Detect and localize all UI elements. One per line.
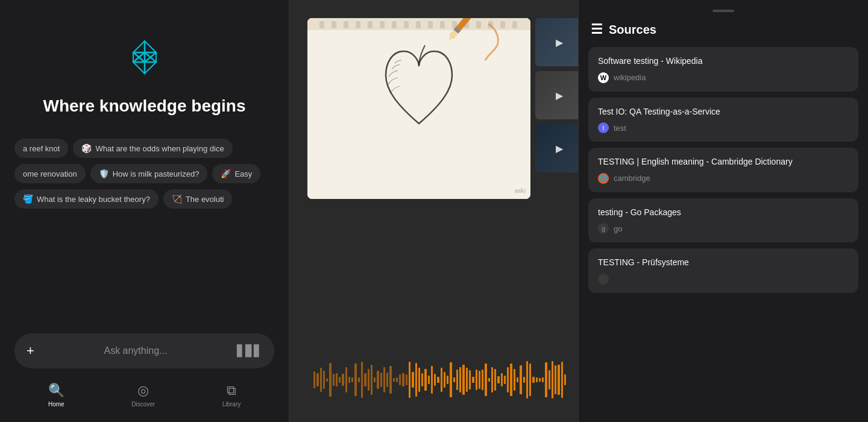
- logo: [124, 36, 166, 81]
- waveform-bars: [301, 338, 566, 422]
- testing-de-favicon: [598, 274, 609, 285]
- play-icon: ▶: [556, 37, 563, 48]
- source-site: 🌐 cambridge: [598, 173, 849, 184]
- chip-easy[interactable]: 🚀 Easy: [212, 164, 260, 183]
- wikipedia-favicon: W: [598, 72, 609, 83]
- drag-handle[interactable]: [712, 10, 734, 12]
- wiki-label: wiki: [515, 187, 526, 194]
- thumbnail-1[interactable]: ▶: [535, 18, 579, 66]
- dice-icon: 🎲: [81, 143, 92, 153]
- site-name: go: [614, 224, 622, 233]
- svg-rect-29: [500, 21, 505, 28]
- chip-text: ome renovation: [23, 169, 77, 178]
- svg-rect-22: [416, 21, 421, 28]
- arrow-icon: 🏹: [172, 194, 182, 204]
- source-site: t test: [598, 122, 849, 133]
- nav-discover-label: Discover: [131, 401, 155, 408]
- svg-rect-19: [380, 21, 385, 28]
- source-card-testing-de[interactable]: TESTING - Prüfsysteme: [588, 248, 858, 293]
- chip-reef-knot[interactable]: a reef knot: [14, 139, 68, 158]
- site-name: wikipedia: [614, 73, 646, 82]
- chip-milk[interactable]: 🛡️ How is milk pasteurized?: [90, 164, 208, 183]
- thumbnail-2[interactable]: ▶: [535, 71, 579, 119]
- sources-list[interactable]: Software testing - Wikipedia W wikipedia…: [579, 47, 868, 422]
- chip-text: How is milk pasteurized?: [113, 169, 200, 178]
- svg-rect-18: [368, 21, 373, 28]
- bottom-nav: 🔍 Home ◎ Discover ⧉ Library: [14, 378, 274, 410]
- sources-header: ☰ Sources: [579, 22, 868, 47]
- home-panel: Where knowledge begins a reef knot 🎲 Wha…: [0, 0, 289, 422]
- nav-discover[interactable]: ◎ Discover: [131, 383, 155, 408]
- home-icon: 🔍: [48, 383, 64, 398]
- apple-drawing: wiki: [307, 18, 530, 199]
- discover-icon: ◎: [137, 383, 149, 398]
- svg-rect-15: [332, 21, 336, 28]
- play-icon: ▶: [556, 143, 563, 154]
- chips-row-1: a reef knot 🎲 What are the odds when pla…: [14, 139, 274, 158]
- chip-text: What is the leaky bucket theory?: [37, 195, 150, 204]
- thumbnail-column: ▶ ▶ ▶: [535, 18, 579, 172]
- source-title: Software testing - Wikipedia: [598, 55, 849, 68]
- site-name: test: [614, 124, 626, 133]
- svg-rect-21: [404, 21, 409, 28]
- chip-renovation[interactable]: ome renovation: [14, 164, 86, 183]
- search-bar[interactable]: + Ask anything... ▋▊▋: [14, 333, 274, 368]
- nav-library-label: Library: [222, 401, 241, 408]
- source-site: g go: [598, 223, 849, 234]
- nav-home[interactable]: 🔍 Home: [48, 383, 64, 408]
- sources-icon: ☰: [591, 22, 603, 37]
- audio-waveform[interactable]: [289, 338, 578, 422]
- source-title: testing - Go Packages: [598, 207, 849, 219]
- source-card-testio[interactable]: Test IO: QA Testing-as-a-Service t test: [588, 98, 858, 142]
- svg-rect-17: [356, 21, 360, 28]
- video-area: wiki ▶ ▶ ▶: [289, 0, 578, 338]
- source-card-wikipedia[interactable]: Software testing - Wikipedia W wikipedia: [588, 47, 858, 92]
- chip-text: What are the odds when playing dice: [95, 144, 224, 153]
- chip-text: a reef knot: [23, 144, 60, 153]
- go-favicon: g: [598, 223, 609, 234]
- media-panel: wiki ▶ ▶ ▶: [289, 0, 579, 422]
- source-card-go[interactable]: testing - Go Packages g go: [588, 198, 858, 243]
- tagline: Where knowledge begins: [43, 95, 245, 117]
- chips-row-2: ome renovation 🛡️ How is milk pasteurize…: [14, 164, 274, 183]
- svg-rect-16: [344, 21, 348, 28]
- thumbnail-3[interactable]: ▶: [535, 124, 579, 172]
- svg-rect-23: [428, 21, 433, 28]
- search-placeholder: Ask anything...: [42, 345, 230, 356]
- cambridge-favicon: 🌐: [598, 173, 609, 184]
- nav-home-label: Home: [48, 401, 64, 408]
- chip-text: Easy: [234, 169, 252, 178]
- svg-rect-14: [319, 21, 324, 28]
- site-name: cambridge: [614, 174, 650, 183]
- svg-rect-20: [392, 21, 397, 28]
- chip-text: The evoluti: [186, 195, 224, 204]
- chip-evolution[interactable]: 🏹 The evoluti: [163, 189, 233, 209]
- chip-dice[interactable]: 🎲 What are the odds when playing dice: [73, 139, 232, 158]
- svg-rect-24: [440, 21, 445, 28]
- media-content: wiki ▶ ▶ ▶: [289, 0, 578, 422]
- chips-row-3: 🪣 What is the leaky bucket theory? 🏹 The…: [14, 189, 274, 209]
- chip-leaky[interactable]: 🪣 What is the leaky bucket theory?: [14, 189, 159, 209]
- voice-icon[interactable]: ▋▊▋: [237, 344, 262, 357]
- source-title: Test IO: QA Testing-as-a-Service: [598, 106, 849, 118]
- suggestion-chips: a reef knot 🎲 What are the odds when pla…: [14, 139, 274, 209]
- source-title: TESTING - Prüfsysteme: [598, 257, 849, 269]
- sources-panel: ☰ Sources Software testing - Wikipedia W…: [579, 0, 868, 422]
- sources-title: Sources: [609, 23, 656, 37]
- svg-rect-27: [476, 21, 481, 28]
- add-icon: +: [27, 343, 34, 359]
- play-icon: ▶: [556, 90, 563, 101]
- source-site: W wikipedia: [598, 72, 849, 83]
- main-image[interactable]: wiki: [307, 18, 530, 199]
- svg-rect-30: [512, 21, 517, 28]
- source-site: [598, 274, 849, 285]
- source-card-cambridge[interactable]: TESTING | English meaning - Cambridge Di…: [588, 148, 858, 192]
- source-title: TESTING | English meaning - Cambridge Di…: [598, 156, 849, 168]
- library-icon: ⧉: [227, 383, 236, 398]
- easy-icon: 🚀: [221, 169, 231, 178]
- test-favicon: t: [598, 122, 609, 133]
- nav-library[interactable]: ⧉ Library: [222, 383, 241, 408]
- bucket-icon: 🪣: [23, 194, 33, 204]
- milk-icon: 🛡️: [99, 169, 109, 178]
